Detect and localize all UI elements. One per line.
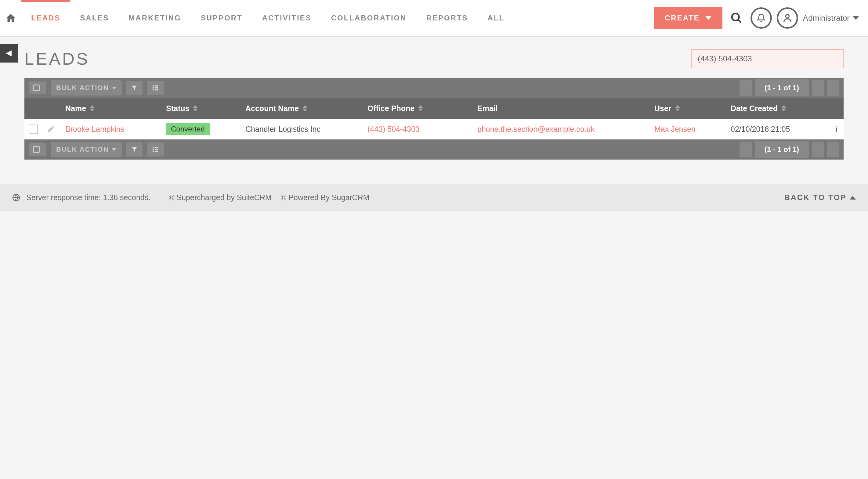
checkbox-icon	[33, 85, 40, 91]
back-to-top-button[interactable]: BACK TO TOP	[784, 193, 856, 202]
edit-icon[interactable]	[47, 125, 65, 133]
lead-name-link[interactable]: Brooke Lampkins	[65, 125, 124, 133]
toolbar-right: (1 - 1 of 1)	[740, 79, 839, 96]
admin-label: Administrator	[803, 13, 850, 23]
notifications-icon[interactable]	[750, 7, 772, 29]
svg-line-1	[738, 20, 741, 23]
toolbar-top: BULK ACTION (1 - 1 of 1)	[24, 78, 844, 98]
page-header: LEADS	[24, 49, 844, 69]
bulk-action-label: BULK ACTION	[56, 146, 109, 154]
page-first-button[interactable]	[740, 80, 752, 96]
status-badge: Converted	[166, 123, 210, 135]
col-header-email[interactable]: Email	[477, 104, 654, 113]
side-panel-toggle[interactable]	[0, 44, 18, 63]
col-header-name[interactable]: Name	[65, 104, 166, 113]
svg-rect-10	[155, 147, 158, 148]
sort-icon	[675, 105, 680, 111]
chevron-down-icon	[853, 16, 859, 20]
svg-rect-3	[153, 86, 154, 87]
svg-rect-13	[153, 151, 154, 152]
bulk-action-label: BULK ACTION	[56, 84, 109, 92]
sort-icon	[418, 105, 423, 111]
pagination-info: (1 - 1 of 1)	[755, 141, 809, 158]
svg-rect-9	[153, 147, 154, 148]
chevron-down-icon	[112, 148, 116, 151]
globe-icon	[12, 194, 20, 202]
supercharged-link[interactable]: © Supercharged by SuiteCRM	[169, 193, 272, 202]
col-header-user[interactable]: User	[654, 104, 731, 113]
content: LEADS BULK ACTION (1 - 1 of 1) Name Stat…	[0, 37, 868, 160]
nav-tab-marketing[interactable]: MARKETING	[119, 0, 191, 36]
account-name: Chandler Logistics Inc	[245, 125, 368, 134]
toolbar-bottom: BULK ACTION (1 - 1 of 1)	[24, 139, 844, 160]
home-icon[interactable]	[0, 12, 21, 24]
col-header-phone[interactable]: Office Phone	[368, 104, 477, 113]
search-icon[interactable]	[727, 12, 746, 24]
footer: Server response time: 1.36 seconds. © Su…	[0, 184, 868, 211]
powered-link[interactable]: © Powered By SugarCRM	[281, 193, 370, 202]
page-next-button[interactable]	[812, 141, 824, 157]
page-first-button[interactable]	[740, 141, 752, 157]
table-row: Brooke Lampkins Converted Chandler Logis…	[24, 119, 844, 139]
chevron-down-icon	[112, 87, 116, 89]
date-created: 02/10/2018 21:05	[731, 125, 819, 134]
nav-tab-activities[interactable]: ACTIVITIES	[252, 0, 321, 36]
page-last-button[interactable]	[827, 80, 839, 96]
filter-button[interactable]	[126, 81, 143, 95]
sort-icon	[90, 105, 95, 111]
phone-link[interactable]: (443) 504-4303	[368, 125, 420, 133]
svg-rect-14	[155, 151, 158, 152]
admin-menu[interactable]: Administrator	[803, 13, 859, 23]
toolbar-right: (1 - 1 of 1)	[740, 141, 839, 158]
page-last-button[interactable]	[827, 141, 839, 157]
sort-icon	[781, 105, 786, 111]
columns-button[interactable]	[147, 81, 164, 95]
page-title: LEADS	[24, 49, 90, 69]
chevron-up-icon	[850, 196, 856, 199]
back-to-top-label: BACK TO TOP	[784, 193, 847, 202]
select-all-toggle[interactable]	[29, 143, 46, 156]
nav-tab-reports[interactable]: REPORTS	[416, 0, 478, 36]
nav-tab-sales[interactable]: SALES	[70, 0, 119, 36]
col-header-date[interactable]: Date Created	[731, 104, 819, 113]
svg-rect-8	[155, 89, 158, 91]
svg-rect-7	[153, 89, 154, 91]
create-button[interactable]: CREATE	[654, 7, 722, 29]
checkbox-icon	[33, 146, 40, 153]
svg-rect-4	[155, 86, 158, 87]
col-header-status[interactable]: Status	[166, 104, 245, 113]
nav-tabs: LEADS SALES MARKETING SUPPORT ACTIVITIES…	[21, 0, 654, 36]
email-link[interactable]: phone.the.section@example.co.uk	[477, 125, 594, 133]
create-label: CREATE	[665, 14, 700, 22]
user-link[interactable]: Max Jensen	[654, 125, 695, 133]
svg-point-2	[785, 14, 789, 18]
nav-tab-leads[interactable]: LEADS	[21, 0, 70, 36]
sort-icon	[193, 105, 198, 111]
nav-tab-collaboration[interactable]: COLLABORATION	[321, 0, 416, 36]
table-header: Name Status Account Name Office Phone Em…	[24, 98, 844, 119]
user-icon[interactable]	[777, 7, 798, 29]
pagination-info: (1 - 1 of 1)	[755, 79, 809, 96]
svg-rect-12	[155, 149, 158, 150]
select-all-toggle[interactable]	[29, 82, 46, 94]
bulk-action-button[interactable]: BULK ACTION	[51, 142, 122, 157]
filter-button[interactable]	[126, 142, 143, 157]
sort-icon	[303, 105, 307, 111]
topnav-right: CREATE Administrator	[654, 7, 865, 29]
response-time: Server response time: 1.36 seconds.	[26, 193, 151, 202]
col-header-account[interactable]: Account Name	[245, 104, 368, 113]
nav-tab-all[interactable]: ALL	[478, 0, 515, 36]
row-checkbox[interactable]	[29, 125, 38, 134]
bulk-action-button[interactable]: BULK ACTION	[51, 80, 122, 95]
top-nav: LEADS SALES MARKETING SUPPORT ACTIVITIES…	[0, 0, 868, 37]
svg-rect-6	[155, 87, 158, 89]
columns-button[interactable]	[147, 142, 164, 157]
svg-rect-5	[153, 87, 154, 89]
svg-rect-11	[153, 149, 154, 150]
info-icon[interactable]: i	[835, 125, 837, 133]
page-next-button[interactable]	[812, 80, 824, 96]
svg-point-0	[732, 13, 739, 21]
chevron-down-icon	[705, 16, 711, 20]
nav-tab-support[interactable]: SUPPORT	[191, 0, 252, 36]
search-input[interactable]	[691, 49, 844, 68]
